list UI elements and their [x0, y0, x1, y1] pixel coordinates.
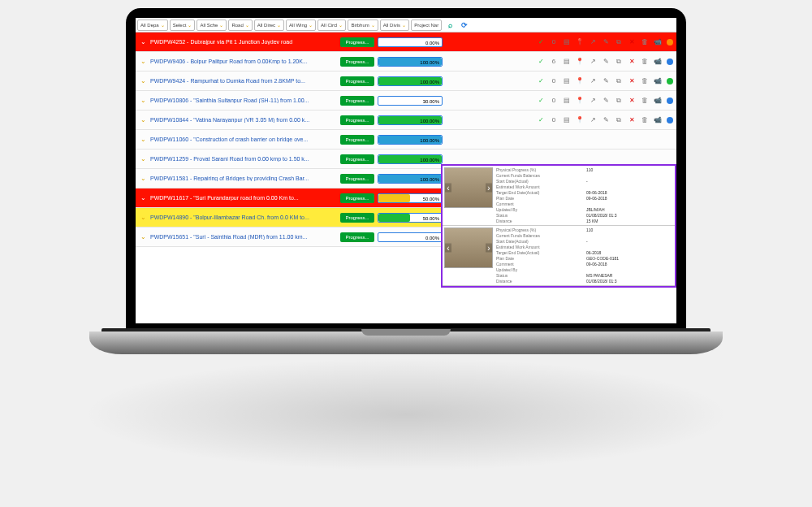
meta-key: Start Date(Actual) [496, 179, 583, 184]
search-icon[interactable]: ⌕ [443, 20, 456, 31]
share-icon[interactable]: ↗ [589, 116, 597, 124]
camera-icon[interactable]: 📹 [654, 77, 662, 85]
trash-icon[interactable]: 🗑 [641, 38, 649, 46]
project-link[interactable]: PWDPW11581 - Repairing of Bridges by pro… [150, 176, 337, 181]
progress-button[interactable]: Progress... [340, 96, 374, 106]
doc-icon[interactable]: ▤ [563, 97, 571, 105]
copy-icon[interactable]: ⧉ [615, 77, 623, 85]
detail-card: Physical Progress (%)110Current Funds Ba… [443, 166, 675, 226]
share-icon[interactable]: ↗ [589, 97, 597, 105]
project-link[interactable]: PWDPW9406 - Bolpur Palitpur Road from 0.… [150, 58, 337, 64]
check-icon[interactable]: ✓ [537, 38, 545, 46]
progress-button[interactable]: Progress... [340, 213, 374, 223]
doc-icon[interactable]: ▤ [563, 77, 571, 85]
progress-button[interactable]: Progress... [340, 135, 374, 145]
project-link[interactable]: PWDPW11259 - Provat Sarani Road from 0.0… [150, 156, 337, 162]
trash-icon[interactable]: 🗑 [641, 116, 649, 124]
filter-circl[interactable]: All Circl⌄ [317, 20, 346, 31]
project-link[interactable]: PWDPW10844 - "Vatina Narayanpur (VR 3.05… [150, 117, 337, 123]
expand-icon[interactable]: ⌄ [139, 233, 147, 240]
progress-bar: 30.00% [378, 96, 443, 106]
thumbnail-image[interactable] [444, 167, 493, 208]
progress-button[interactable]: Progress... [340, 174, 374, 184]
camera-icon[interactable]: 📹 [654, 38, 662, 46]
chevron-down-icon: ⌄ [339, 22, 343, 28]
edit-icon[interactable]: ✎ [602, 116, 610, 124]
progress-button[interactable]: Progress... [340, 57, 374, 67]
project-link[interactable]: PWDPW14890 - "Bolpur-Illambazar Road Ch.… [150, 214, 337, 220]
copy-icon[interactable]: ⧉ [615, 116, 623, 124]
project-link[interactable]: PWDPW4252 - Dubrajpur via Pit 1 Junction… [150, 39, 337, 45]
meta-value [586, 245, 673, 249]
progress-button[interactable]: Progress... [340, 193, 374, 203]
expand-icon[interactable]: ⌄ [139, 116, 147, 124]
copy-icon[interactable]: ⧉ [615, 97, 623, 105]
progress-button[interactable]: Progress... [340, 232, 374, 242]
copy-icon[interactable]: ⧉ [615, 58, 623, 66]
trash-icon[interactable]: 🗑 [641, 97, 649, 105]
share-icon[interactable]: ↗ [589, 77, 597, 85]
check-icon[interactable]: ✓ [537, 97, 545, 105]
doc-icon[interactable]: ▤ [563, 38, 571, 46]
close-icon[interactable]: ✕ [628, 77, 636, 85]
check-icon[interactable]: ✓ [537, 58, 545, 66]
progress-button[interactable]: Progress... [340, 115, 374, 125]
project-link[interactable]: PWDPW11617 - "Suri Purandarpur road from… [150, 195, 337, 201]
expand-icon[interactable]: ⌄ [139, 194, 147, 202]
trash-icon[interactable]: 🗑 [641, 77, 649, 85]
project-link[interactable]: PWDPW11060 - "Construction of crash barr… [150, 136, 337, 142]
share-icon[interactable]: ↗ [589, 58, 597, 66]
close-icon[interactable]: ✕ [628, 116, 636, 124]
expand-icon[interactable]: ⌄ [139, 38, 147, 46]
check-icon[interactable]: ✓ [537, 77, 545, 85]
expand-icon[interactable]: ⌄ [139, 77, 147, 84]
doc-icon[interactable]: ▤ [563, 58, 571, 66]
share-icon[interactable]: ↗ [589, 38, 597, 46]
camera-icon[interactable]: 📹 [654, 58, 662, 66]
expand-icon[interactable]: ⌄ [139, 175, 147, 182]
pin-icon[interactable]: 📍 [576, 97, 584, 105]
filter-depa[interactable]: All Depa⌄ [137, 20, 168, 31]
pin-icon[interactable]: 📍 [576, 58, 584, 66]
edit-icon[interactable]: ✎ [602, 58, 610, 66]
thumbnail-image[interactable] [444, 228, 493, 268]
pin-icon[interactable]: 📍 [576, 38, 584, 46]
chevron-down-icon: ⌄ [277, 22, 281, 28]
project-link[interactable]: PWDPW9424 - Rampurhat to Dumka Road from… [150, 78, 337, 84]
progress-button[interactable]: Progress... [340, 76, 374, 86]
project-link[interactable]: PWDPW15651 - "Suri - Sainthia Road (MDR)… [150, 234, 337, 240]
filter-divis[interactable]: All Divis⌄ [380, 20, 409, 31]
edit-icon[interactable]: ✎ [602, 97, 610, 105]
meta-value: JBL/M/AH [586, 207, 673, 212]
progress-button[interactable]: Progress... [340, 154, 374, 164]
doc-icon[interactable]: ▤ [563, 116, 571, 124]
filter-wing[interactable]: All Wing⌄ [286, 20, 316, 31]
check-icon[interactable]: ✓ [537, 116, 545, 124]
pin-icon[interactable]: 📍 [576, 116, 584, 124]
filter-direc[interactable]: All Direc⌄ [254, 20, 284, 31]
filter-select[interactable]: Select⌄ [170, 20, 196, 31]
expand-icon[interactable]: ⌄ [139, 214, 147, 221]
trash-icon[interactable]: 🗑 [641, 58, 649, 66]
camera-icon[interactable]: 📹 [654, 97, 662, 105]
meta-value: - [586, 239, 673, 244]
close-icon[interactable]: ✕ [628, 58, 636, 66]
expand-icon[interactable]: ⌄ [139, 58, 147, 65]
camera-icon[interactable]: 📹 [654, 116, 662, 124]
close-icon[interactable]: ✕ [628, 97, 636, 105]
refresh-icon[interactable]: ⟳ [458, 20, 471, 31]
close-icon[interactable]: ✕ [628, 38, 636, 46]
edit-icon[interactable]: ✎ [602, 38, 610, 46]
filter-road[interactable]: Road⌄ [228, 20, 252, 31]
progress-button[interactable]: Progress... [340, 37, 374, 47]
copy-icon[interactable]: ⧉ [615, 38, 623, 46]
filter-sche[interactable]: All Sche⌄ [197, 20, 227, 31]
expand-icon[interactable]: ⌄ [139, 97, 147, 104]
project-link[interactable]: PWDPW10806 - "Sainthia Sultanpur Road (S… [150, 98, 337, 103]
expand-icon[interactable]: ⌄ [139, 136, 147, 143]
filter-project[interactable]: Project Nar [411, 20, 442, 31]
edit-icon[interactable]: ✎ [602, 77, 610, 85]
pin-icon[interactable]: 📍 [576, 77, 584, 85]
expand-icon[interactable]: ⌄ [139, 155, 147, 162]
filter-district[interactable]: Birbhum⌄ [348, 20, 378, 31]
